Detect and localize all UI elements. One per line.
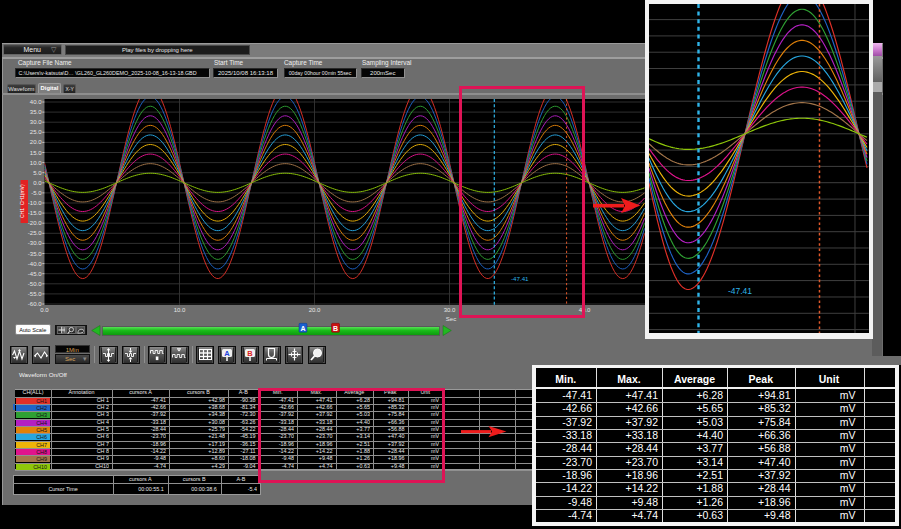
svg-text:20.0: 20.0 (309, 307, 321, 313)
svg-text:B: B (247, 349, 253, 358)
svg-text:-30.0: -30.0 (28, 240, 42, 246)
svg-text:-47.41: -47.41 (728, 285, 752, 295)
svg-text:A: A (224, 349, 230, 358)
svg-text:30.0: 30.0 (30, 119, 42, 125)
svg-text:20.0: 20.0 (30, 139, 42, 145)
svg-text:-5.0: -5.0 (31, 190, 42, 196)
svg-text:0.0: 0.0 (33, 180, 42, 186)
svg-text:B: B (333, 325, 338, 332)
svg-text:5.0: 5.0 (33, 170, 42, 176)
svg-text:-10.0: -10.0 (28, 200, 42, 206)
svg-text:A: A (300, 325, 305, 332)
svg-text:-55.0: -55.0 (28, 291, 42, 297)
svg-text:-50.0: -50.0 (28, 281, 42, 287)
svg-text:-20.0: -20.0 (28, 220, 42, 226)
svg-text:-25.0: -25.0 (28, 230, 42, 236)
svg-text:35.0: 35.0 (30, 109, 42, 115)
svg-text:10.0: 10.0 (30, 160, 42, 166)
svg-text:0.0: 0.0 (40, 307, 49, 313)
svg-text:CH1 CH1(mV): CH1 CH1(mV) (19, 184, 25, 218)
svg-text:15.0: 15.0 (30, 150, 42, 156)
svg-text:Sec: Sec (446, 316, 456, 322)
svg-text:-45.0: -45.0 (28, 271, 42, 277)
svg-text:-35.0: -35.0 (28, 251, 42, 257)
svg-text:-40.0: -40.0 (28, 261, 42, 267)
svg-text:-15.0: -15.0 (28, 210, 42, 216)
svg-text:40.0: 40.0 (30, 99, 42, 105)
svg-text:25.0: 25.0 (30, 129, 42, 135)
svg-text:10.0: 10.0 (174, 307, 186, 313)
svg-text:30.0: 30.0 (444, 307, 456, 313)
